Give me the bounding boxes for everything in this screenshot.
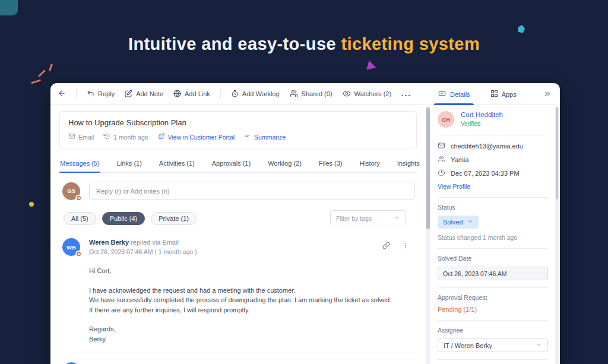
assignee-label: Assignee bbox=[438, 327, 548, 334]
avatar-status-badge bbox=[75, 195, 82, 201]
toolbar-divider bbox=[76, 89, 77, 99]
ticket-summary-card: How to Upgrade Subscription Plan Email 1… bbox=[59, 111, 417, 148]
add-link-button[interactable]: Add Link bbox=[173, 90, 210, 99]
copy-link-icon[interactable] bbox=[382, 242, 390, 251]
organization-icon bbox=[438, 156, 445, 164]
requester-company-row: Yamia bbox=[438, 156, 548, 164]
globe-icon bbox=[173, 90, 181, 99]
solved-date-label: Solved Date bbox=[438, 255, 548, 262]
chevron-down-icon bbox=[467, 219, 473, 226]
stopwatch-icon bbox=[231, 90, 239, 99]
chevron-down-icon bbox=[536, 341, 542, 349]
reply-button[interactable]: Reply bbox=[87, 90, 115, 99]
message-timestamp: Oct 26, 2023 07:46 AM ( 1 month ago ) bbox=[89, 248, 197, 255]
arrow-left-icon bbox=[58, 89, 66, 99]
watchers-button[interactable]: Watchers (2) bbox=[343, 90, 392, 99]
kebab-menu-icon[interactable] bbox=[401, 242, 409, 251]
ticket-age: 1 month ago bbox=[103, 133, 148, 141]
more-actions-button[interactable]: ... bbox=[401, 91, 411, 96]
status-field: Status Solved Status changed 1 month ago bbox=[438, 198, 548, 249]
chevron-down-icon bbox=[394, 214, 400, 222]
note-icon bbox=[125, 90, 132, 99]
ticket-channel: Email bbox=[68, 133, 94, 141]
requester-created-row: Dec 07, 2023 04:33 PM bbox=[438, 169, 548, 178]
message-author: Weren Berky bbox=[89, 239, 129, 246]
solved-date-field: Solved Date Oct 26, 2023 07:46 AM bbox=[438, 249, 548, 288]
teal-corner-decoration bbox=[0, 0, 18, 15]
message-divider bbox=[68, 353, 417, 353]
add-worklog-button[interactable]: Add Worklog bbox=[231, 90, 280, 99]
approval-request-field: Approval Request Pending (1/1) bbox=[438, 288, 548, 321]
reply-input[interactable] bbox=[89, 182, 415, 200]
ticket-main-area: How to Upgrade Subscription Plan Email 1… bbox=[50, 106, 426, 364]
hero-title-regular: Intuitive and easy-to-use bbox=[128, 34, 336, 53]
view-in-customer-portal-link[interactable]: View in Customer Portal bbox=[158, 133, 235, 141]
collapse-panel-button[interactable] bbox=[543, 90, 552, 99]
sparkle-decoration bbox=[49, 64, 53, 71]
tab-files[interactable]: Files (3) bbox=[318, 156, 343, 172]
filter-all-chip[interactable]: All (5) bbox=[64, 212, 96, 225]
message-author-block: Weren Berky replied via Email Oct 26, 20… bbox=[89, 238, 197, 255]
view-profile-link[interactable]: View Profile bbox=[438, 183, 548, 190]
filter-public-chip[interactable]: Public (4) bbox=[102, 212, 145, 225]
tab-activities[interactable]: Activities (1) bbox=[159, 156, 195, 172]
envelope-icon bbox=[438, 142, 445, 150]
tab-history[interactable]: History bbox=[359, 156, 381, 172]
ticket-tabs: Messages (5) Links (1) Activities (1) Ap… bbox=[59, 156, 417, 173]
author-avatar: WB bbox=[62, 238, 80, 256]
sparkle-decoration bbox=[31, 79, 41, 84]
summarize-button[interactable]: Summarize bbox=[244, 133, 286, 141]
tab-details[interactable]: Details bbox=[435, 83, 473, 105]
hero-title-highlight: ticketing system bbox=[341, 34, 480, 53]
details-panel: CH Cort Hedditeh Verified chedditeh13@ya… bbox=[438, 106, 548, 364]
people-icon bbox=[290, 90, 298, 99]
envelope-icon bbox=[68, 133, 75, 141]
shared-button[interactable]: Shared (0) bbox=[290, 90, 332, 99]
filter-by-tags-select[interactable]: Filter by tags bbox=[330, 210, 406, 226]
ticket-title: How to Upgrade Subscription Plan bbox=[68, 118, 408, 127]
grid-icon bbox=[490, 90, 498, 99]
assignee-select[interactable]: IT / Weren Berky bbox=[438, 338, 548, 352]
ticket-window: Reply Add Note Add Link Add Worklog Shar… bbox=[50, 83, 560, 364]
tab-approvals[interactable]: Approvals (1) bbox=[211, 156, 251, 172]
reply-composer: GS bbox=[59, 182, 417, 200]
yellow-dot-decoration bbox=[29, 202, 34, 207]
back-button[interactable] bbox=[58, 89, 66, 99]
requester-name-link[interactable]: Cort Hedditeh bbox=[461, 111, 503, 118]
ticket-icon bbox=[438, 90, 446, 99]
message-item: WB Weren Berky replied via Email Oct 26,… bbox=[59, 238, 417, 344]
details-scrollbar[interactable] bbox=[555, 106, 559, 364]
solved-date-input[interactable]: Oct 26, 2023 07:46 AM bbox=[438, 267, 548, 280]
requester-avatar: CH bbox=[438, 111, 454, 128]
purple-triangle-decoration bbox=[366, 61, 378, 72]
filter-private-chip[interactable]: Private (1) bbox=[151, 212, 197, 225]
avatar-status-badge bbox=[75, 251, 82, 257]
eye-icon bbox=[343, 90, 351, 99]
current-user-avatar: GS bbox=[62, 182, 80, 200]
reply-icon bbox=[87, 90, 94, 99]
add-note-button[interactable]: Add Note bbox=[125, 90, 163, 99]
message-channel: replied via Email bbox=[131, 239, 179, 246]
tab-links[interactable]: Links (1) bbox=[116, 156, 142, 172]
ticket-toolbar: Reply Add Note Add Link Add Worklog Shar… bbox=[50, 83, 560, 105]
summarize-icon bbox=[244, 133, 251, 141]
assignee-field: Assignee IT / Weren Berky bbox=[438, 321, 548, 360]
tab-insights[interactable]: Insights bbox=[397, 156, 420, 172]
tab-worklog[interactable]: Worklog (2) bbox=[267, 156, 302, 172]
scrollbar-thumb[interactable] bbox=[556, 107, 558, 200]
tab-apps[interactable]: Apps bbox=[488, 83, 519, 105]
scrollbar-thumb[interactable] bbox=[426, 107, 430, 229]
clock-icon bbox=[438, 169, 445, 178]
requester-email-row: chedditeh13@yamia.edu bbox=[438, 142, 548, 150]
main-scrollbar[interactable] bbox=[426, 106, 430, 364]
tab-messages[interactable]: Messages (5) bbox=[59, 156, 100, 172]
message-filters: All (5) Public (4) Private (1) Filter by… bbox=[59, 210, 417, 226]
requester-info: chedditeh13@yamia.edu Yamia Dec 07, 2023… bbox=[438, 142, 548, 190]
message-body: Hi Cort, I have acknowledged the request… bbox=[89, 266, 417, 344]
history-icon bbox=[103, 133, 110, 141]
status-dropdown[interactable]: Solved bbox=[438, 216, 479, 229]
verified-badge: Verified bbox=[461, 121, 503, 127]
approval-status-link[interactable]: Pending (1/1) bbox=[438, 306, 548, 313]
approval-request-label: Approval Request bbox=[438, 294, 548, 301]
details-panel-tabs: Details Apps bbox=[435, 83, 560, 105]
